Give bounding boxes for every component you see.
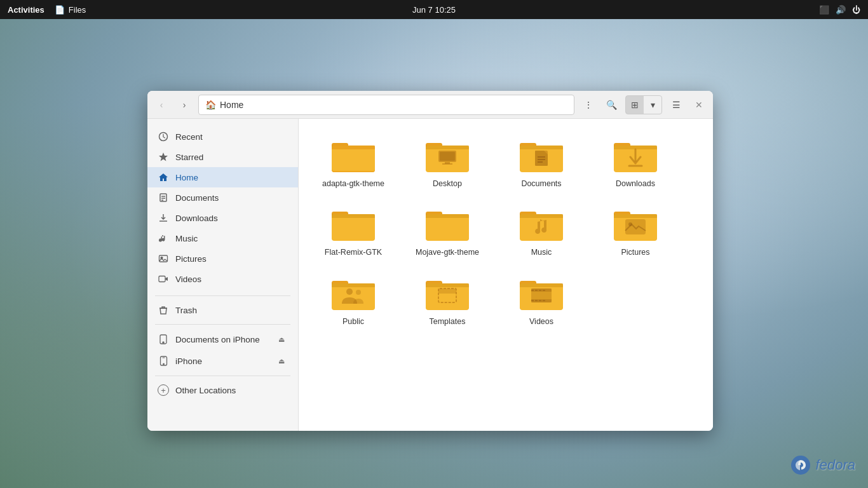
- svg-rect-86: [539, 300, 541, 301]
- folder-icon-music: [519, 205, 564, 243]
- back-button[interactable]: ‹: [153, 96, 170, 114]
- svg-rect-32: [520, 146, 563, 149]
- sidebar-downloads-label: Downloads: [175, 214, 218, 223]
- documents-icon: [158, 192, 169, 203]
- sidebar: Recent Starred Home: [147, 119, 299, 431]
- sidebar-divider-3: [155, 376, 290, 376]
- folder-icon-public: [330, 274, 376, 313]
- folder-icon-documents: [519, 137, 564, 175]
- svg-rect-70: [426, 283, 469, 287]
- svg-rect-72: [438, 288, 456, 294]
- svg-rect-81: [535, 290, 538, 291]
- folder-pictures[interactable]: Pictures: [591, 200, 680, 262]
- folder-label: Pictures: [621, 247, 649, 257]
- folder-label: Templates: [430, 316, 466, 327]
- sidebar-item-home[interactable]: Home: [147, 167, 298, 187]
- folder-icon-templates: [424, 274, 470, 313]
- folder-flat-remix-gtk[interactable]: Flat-Remix-GTK: [309, 200, 398, 262]
- music-icon: [158, 233, 169, 244]
- sidebar-item-recent[interactable]: Recent: [147, 126, 298, 147]
- sidebar-item-videos[interactable]: Videos: [147, 269, 298, 289]
- videos-icon: [158, 273, 169, 285]
- grid-view-button[interactable]: ⊞: [626, 96, 644, 114]
- svg-point-66: [356, 290, 361, 295]
- location-bar[interactable]: 🏠 Home: [198, 95, 574, 115]
- sidebar-item-pictures[interactable]: Pictures: [147, 248, 298, 269]
- sidebar-divider-2: [155, 324, 290, 325]
- folder-templates[interactable]: Templates: [403, 269, 492, 332]
- folder-documents[interactable]: Documents: [497, 132, 586, 194]
- file-grid: adapta-gtk-theme Deskto: [299, 119, 713, 431]
- activities-button[interactable]: Activities: [8, 5, 44, 15]
- view-toggle-group: ⊞ ▾: [625, 95, 662, 114]
- sidebar-starred-label: Starred: [175, 152, 203, 162]
- sidebar-music-label: Music: [175, 234, 198, 243]
- sidebar-item-downloads[interactable]: Downloads: [147, 208, 298, 228]
- sidebar-item-iphone[interactable]: iPhone ⏏: [147, 350, 298, 372]
- downloads-icon: [158, 212, 169, 224]
- folder-icon-desktop: [424, 137, 470, 175]
- svg-rect-9: [159, 276, 165, 282]
- svg-rect-15: [162, 358, 165, 358]
- sidebar-item-starred[interactable]: Starred: [147, 147, 298, 167]
- sidebar-home-label: Home: [175, 173, 198, 182]
- search-button[interactable]: 🔍: [602, 96, 620, 114]
- folder-label: Mojave-gtk-theme: [416, 247, 479, 257]
- svg-rect-64: [332, 283, 375, 287]
- folder-mojave-gtk-theme[interactable]: Mojave-gtk-theme: [403, 200, 492, 262]
- svg-rect-46: [332, 214, 375, 218]
- folder-icon-flat-remix: [330, 205, 376, 243]
- view-dropdown-button[interactable]: ▾: [644, 96, 661, 114]
- monitor-icon[interactable]: ⬛: [819, 5, 829, 15]
- plus-icon: +: [158, 384, 169, 396]
- folder-label: Desktop: [433, 179, 462, 189]
- volume-icon[interactable]: 🔊: [836, 5, 846, 15]
- app-name-area: 📄 Files: [55, 5, 86, 15]
- topbar-datetime: Jun 7 10:25: [412, 5, 456, 15]
- grid-container: adapta-gtk-theme Deskto: [309, 132, 703, 332]
- svg-rect-28: [442, 163, 452, 165]
- svg-rect-50: [426, 214, 469, 218]
- fedora-logo-icon: [790, 455, 811, 475]
- folder-label: Videos: [529, 316, 553, 327]
- folder-label: Downloads: [616, 179, 655, 189]
- folder-label: Music: [531, 247, 552, 257]
- topbar: Activities 📄 Files Jun 7 10:25 ⬛ 🔊 ⏻: [0, 0, 868, 19]
- svg-rect-76: [520, 283, 563, 287]
- folder-downloads[interactable]: Downloads: [591, 132, 680, 194]
- folder-desktop[interactable]: Desktop: [403, 132, 492, 194]
- folder-icon-pictures: [613, 205, 658, 243]
- star-icon: [158, 151, 169, 163]
- clock-icon: [158, 131, 169, 142]
- folder-videos[interactable]: Videos: [497, 269, 586, 332]
- sidebar-item-documents-iphone[interactable]: Documents on iPhone ⏏: [147, 329, 298, 350]
- folder-adapta-gtk-theme[interactable]: adapta-gtk-theme: [309, 132, 398, 194]
- fedora-logo: fedora: [790, 455, 855, 475]
- power-icon[interactable]: ⏻: [852, 5, 860, 15]
- eject-documents-iphone-button[interactable]: ⏏: [275, 333, 288, 346]
- svg-rect-84: [531, 300, 534, 301]
- folder-icon-videos: [519, 274, 564, 313]
- sidebar-item-other-locations[interactable]: + Other Locations: [147, 380, 298, 400]
- sidebar-pictures-label: Pictures: [175, 254, 207, 264]
- sidebar-item-music[interactable]: Music: [147, 228, 298, 248]
- home-location-icon: 🏠: [205, 100, 216, 110]
- folder-music[interactable]: Music: [497, 200, 586, 262]
- sidebar-item-trash[interactable]: Trash: [147, 300, 298, 320]
- sort-button[interactable]: ☰: [667, 96, 685, 114]
- close-button[interactable]: ✕: [690, 96, 708, 114]
- main-area: Recent Starred Home: [147, 119, 713, 431]
- svg-rect-20: [332, 146, 375, 149]
- sidebar-item-documents[interactable]: Documents: [147, 187, 298, 208]
- svg-rect-24: [426, 146, 469, 149]
- svg-point-12: [163, 342, 164, 343]
- sidebar-videos-label: Videos: [175, 274, 201, 284]
- svg-rect-80: [531, 290, 534, 291]
- svg-rect-7: [159, 255, 168, 262]
- forward-button[interactable]: ›: [175, 96, 193, 114]
- folder-public[interactable]: Public: [309, 269, 398, 332]
- sidebar-documents-iphone-label: Documents on iPhone: [175, 335, 260, 344]
- menu-button[interactable]: ⋮: [580, 96, 597, 114]
- svg-rect-85: [535, 300, 538, 301]
- eject-iphone-button[interactable]: ⏏: [275, 355, 288, 367]
